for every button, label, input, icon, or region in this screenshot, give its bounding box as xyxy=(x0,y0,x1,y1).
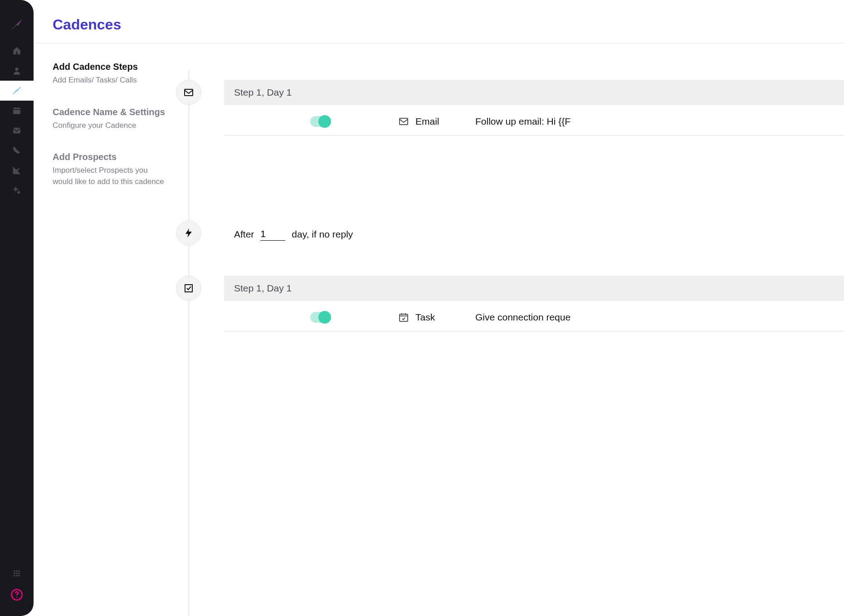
svg-point-13 xyxy=(19,575,20,577)
svg-point-6 xyxy=(16,571,18,572)
step-header: Step 1, Day 1 xyxy=(224,276,844,301)
wizard-step-add-steps[interactable]: Add Cadence Steps Add Emails/ Tasks/ Cal… xyxy=(53,62,165,86)
email-icon xyxy=(398,116,409,127)
svg-rect-18 xyxy=(400,314,408,321)
step-type: Email xyxy=(398,116,475,127)
step-row[interactable]: Email Follow up email: Hi {{F xyxy=(224,105,844,136)
svg-rect-1 xyxy=(14,108,20,114)
timeline-node-delay xyxy=(176,220,201,246)
delay-suffix: day, if no reply xyxy=(292,229,353,240)
nav-contacts[interactable] xyxy=(0,61,34,81)
wizard-step-title: Cadence Name & Settings xyxy=(53,107,165,117)
checkbox-icon xyxy=(183,283,194,294)
cadence-step-2: Step 1, Day 1 Task Give connection reque xyxy=(224,276,844,331)
nav-calls[interactable] xyxy=(0,141,34,160)
timeline-rail xyxy=(189,71,189,616)
svg-point-0 xyxy=(15,68,19,71)
main-sidebar xyxy=(0,0,34,616)
cadence-step-1: Step 1, Day 1 Email Follow up email: Hi … xyxy=(224,80,844,136)
wizard-steps: Add Cadence Steps Add Emails/ Tasks/ Cal… xyxy=(34,44,174,616)
svg-point-5 xyxy=(14,571,15,572)
step-enabled-toggle[interactable] xyxy=(310,312,330,323)
svg-point-8 xyxy=(14,573,15,574)
step-enabled-toggle[interactable] xyxy=(310,116,330,127)
delay-condition: After day, if no reply xyxy=(224,228,844,241)
svg-point-15 xyxy=(16,597,17,598)
nav-home[interactable] xyxy=(0,41,34,61)
nav-reports[interactable] xyxy=(0,160,34,180)
wizard-step-subtitle: Add Emails/ Tasks/ Calls xyxy=(53,75,165,86)
page-title: Cadences xyxy=(53,16,844,33)
delay-prefix: After xyxy=(234,229,254,240)
page-header: Cadences xyxy=(34,0,844,44)
svg-rect-2 xyxy=(14,128,20,133)
timeline-node-task xyxy=(176,276,201,301)
svg-point-3 xyxy=(15,188,17,190)
calendar-task-icon xyxy=(398,312,409,323)
svg-point-7 xyxy=(19,571,20,572)
logo-icon[interactable] xyxy=(0,13,34,36)
wizard-step-prospects[interactable]: Add Prospects Import/select Prospects yo… xyxy=(53,152,165,187)
nav-cadences[interactable] xyxy=(0,81,34,101)
nav-help[interactable] xyxy=(0,583,34,606)
wizard-step-name-settings[interactable]: Cadence Name & Settings Configure your C… xyxy=(53,107,165,131)
step-row[interactable]: Task Give connection reque xyxy=(224,301,844,331)
nav-settings[interactable] xyxy=(0,180,34,200)
timeline-node-email xyxy=(176,80,201,105)
step-type: Task xyxy=(398,312,475,323)
email-icon xyxy=(183,87,194,98)
step-type-label: Task xyxy=(415,312,435,323)
svg-point-9 xyxy=(16,573,18,574)
step-header: Step 1, Day 1 xyxy=(224,80,844,105)
wizard-step-title: Add Cadence Steps xyxy=(53,62,165,72)
step-description: Give connection reque xyxy=(475,312,571,323)
svg-rect-17 xyxy=(400,118,408,125)
wizard-step-subtitle: Import/select Prospects you would like t… xyxy=(53,165,165,187)
svg-point-4 xyxy=(18,191,20,193)
nav-calendar[interactable] xyxy=(0,101,34,121)
wizard-step-subtitle: Configure your Cadence xyxy=(53,120,165,131)
svg-point-10 xyxy=(19,573,20,574)
cadence-timeline: Step 1, Day 1 Email Follow up email: Hi … xyxy=(174,44,844,616)
delay-days-input[interactable] xyxy=(260,228,285,241)
bolt-icon xyxy=(183,228,194,238)
nav-dialpad[interactable] xyxy=(0,563,34,583)
wizard-step-title: Add Prospects xyxy=(53,152,165,162)
nav-inbox[interactable] xyxy=(0,121,34,141)
svg-rect-16 xyxy=(185,89,193,96)
step-type-label: Email xyxy=(415,116,439,127)
step-description: Follow up email: Hi {{F xyxy=(475,116,571,127)
svg-point-12 xyxy=(16,575,18,577)
svg-point-11 xyxy=(14,575,15,577)
